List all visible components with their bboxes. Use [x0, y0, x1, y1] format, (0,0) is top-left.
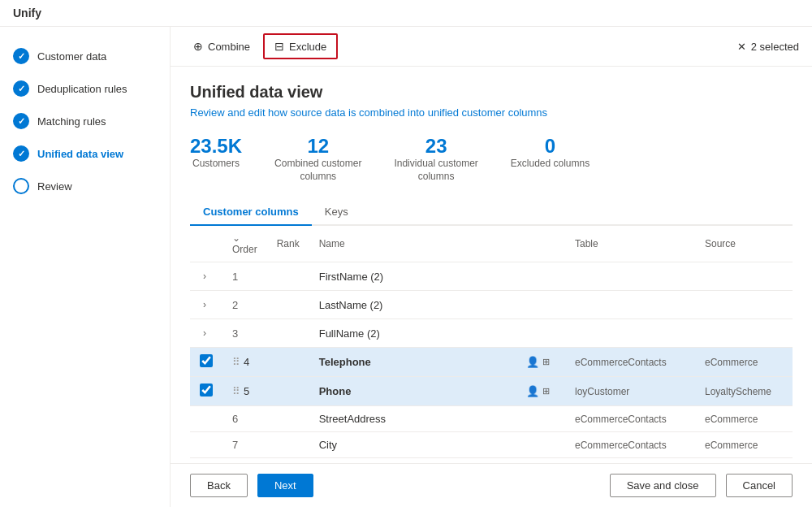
- drag-handle-5[interactable]: ⠿: [232, 385, 240, 397]
- stat-combined-columns: 12 Combined customercolumns: [274, 135, 361, 183]
- sidebar-item-matching-rules[interactable]: ✓ Matching rules: [0, 105, 170, 137]
- exclude-button[interactable]: ⊟ Exclude: [263, 33, 338, 59]
- back-button[interactable]: Back: [190, 474, 248, 497]
- close-icon[interactable]: ✕: [737, 41, 746, 53]
- sidebar-item-unified-data-view[interactable]: ✓ Unified data view: [0, 137, 170, 170]
- step-indicator-unified: ✓: [13, 145, 29, 162]
- col-header-name: Name: [309, 226, 516, 262]
- table-row-telephone[interactable]: ⠿4 Telephone 👤 ⊞ eCom: [190, 348, 793, 377]
- stat-combined-label: Combined customercolumns: [274, 158, 361, 183]
- person-icon: 👤: [526, 356, 539, 368]
- col-name-telephone: Telephone: [319, 356, 371, 368]
- col-header-icons: [516, 226, 565, 262]
- table-row-city[interactable]: 7 City eCommerceContacts eCommerce: [190, 432, 793, 458]
- next-button[interactable]: Next: [257, 474, 313, 497]
- step-indicator-customer-data: ✓: [13, 48, 29, 64]
- stat-excluded-columns: 0 Excluded columns: [511, 135, 590, 183]
- table-row-streetaddress[interactable]: 6 StreetAddress eCommerceContacts eComme…: [190, 406, 793, 432]
- table-row[interactable]: › 2 LastName (2): [190, 291, 793, 319]
- sidebar-label-review: Review: [37, 180, 72, 193]
- col-header-expand: [190, 226, 222, 262]
- stat-excluded-label: Excluded columns: [511, 158, 590, 171]
- stat-customers: 23.5K Customers: [190, 135, 242, 183]
- step-indicator-review: [13, 178, 29, 194]
- col-header-source: Source: [695, 226, 793, 262]
- page-title: Unified data view: [190, 83, 793, 102]
- col-header-table: Table: [565, 226, 695, 262]
- exclude-icon: ⊟: [274, 40, 284, 53]
- stat-individual-value: 23: [394, 135, 477, 158]
- save-and-close-button[interactable]: Save and close: [610, 474, 716, 497]
- expand-btn-1[interactable]: ›: [200, 269, 209, 284]
- selected-count-label: 2 selected: [751, 41, 799, 53]
- person-icon-2: 👤: [526, 385, 539, 397]
- step-indicator-dedup: ✓: [13, 80, 29, 97]
- row-checkbox-5[interactable]: [200, 384, 213, 396]
- col-header-rank: Rank: [267, 226, 309, 262]
- col-name-phone: Phone: [319, 385, 352, 397]
- exclude-label: Exclude: [289, 41, 326, 53]
- stat-individual-columns: 23 Individual customercolumns: [394, 135, 477, 183]
- table-row[interactable]: › 1 FirstName (2): [190, 262, 793, 291]
- app-container: Unify ✓ Customer data ✓ Deduplication ru…: [0, 0, 812, 507]
- sidebar-item-customer-data[interactable]: ✓ Customer data: [0, 40, 170, 72]
- stat-individual-label: Individual customercolumns: [394, 158, 477, 183]
- content-area: ⊕ Combine ⊟ Exclude ✕ 2 selected Unified…: [171, 27, 812, 507]
- drag-handle-4[interactable]: ⠿: [232, 356, 240, 368]
- sidebar: ✓ Customer data ✓ Deduplication rules ✓ …: [0, 27, 171, 507]
- main-layout: ✓ Customer data ✓ Deduplication rules ✓ …: [0, 27, 812, 507]
- combine-icon: ⊕: [193, 40, 203, 53]
- selected-count: ✕ 2 selected: [737, 41, 799, 53]
- page-subtitle: Review and edit how source data is combi…: [190, 106, 793, 119]
- sidebar-item-review[interactable]: Review: [0, 170, 170, 202]
- toolbar: ⊕ Combine ⊟ Exclude ✕ 2 selected: [171, 27, 812, 67]
- tab-customer-columns[interactable]: Customer columns: [190, 199, 312, 226]
- tabs: Customer columns Keys: [190, 199, 793, 226]
- table-container: ⌄ Order Rank Name Table Source: [190, 226, 793, 463]
- col-header-order[interactable]: ⌄ Order: [222, 226, 267, 262]
- sidebar-item-deduplication-rules[interactable]: ✓ Deduplication rules: [0, 72, 170, 105]
- page-content: Unified data view Review and edit how so…: [171, 67, 812, 463]
- combine-button[interactable]: ⊕ Combine: [184, 35, 260, 58]
- table-icon-2: ⊞: [542, 386, 550, 396]
- table-row-phone[interactable]: ⠿5 Phone 👤 ⊞ loyCusto: [190, 377, 793, 406]
- stat-excluded-value: 0: [511, 135, 590, 158]
- sidebar-label-matching: Matching rules: [37, 115, 106, 128]
- expand-btn-3[interactable]: ›: [200, 326, 209, 340]
- expand-btn-2[interactable]: ›: [200, 297, 209, 312]
- sidebar-label-customer-data: Customer data: [37, 50, 106, 63]
- stat-customers-value: 23.5K: [190, 135, 242, 158]
- step-indicator-matching: ✓: [13, 113, 29, 129]
- combine-label: Combine: [208, 41, 250, 53]
- row-checkbox-4[interactable]: [200, 354, 213, 367]
- stat-customers-label: Customers: [190, 158, 242, 171]
- tab-keys[interactable]: Keys: [312, 199, 361, 226]
- sidebar-label-dedup: Deduplication rules: [37, 83, 127, 95]
- app-title: Unify: [0, 0, 812, 27]
- data-table: ⌄ Order Rank Name Table Source: [190, 226, 793, 463]
- stats-row: 23.5K Customers 12 Combined customercolu…: [190, 135, 793, 183]
- cancel-button[interactable]: Cancel: [726, 474, 793, 497]
- sidebar-label-unified: Unified data view: [37, 148, 123, 160]
- footer: Back Next Save and close Cancel: [171, 463, 812, 507]
- stat-combined-value: 12: [274, 135, 361, 158]
- table-icon: ⊞: [542, 357, 550, 367]
- table-row[interactable]: › 3 FullName (2): [190, 319, 793, 348]
